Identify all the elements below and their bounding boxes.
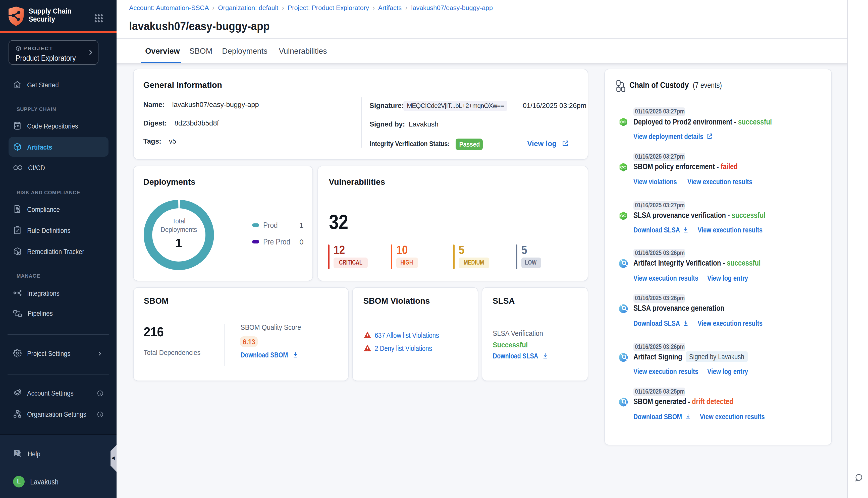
svg-text:?: ? (16, 450, 18, 454)
